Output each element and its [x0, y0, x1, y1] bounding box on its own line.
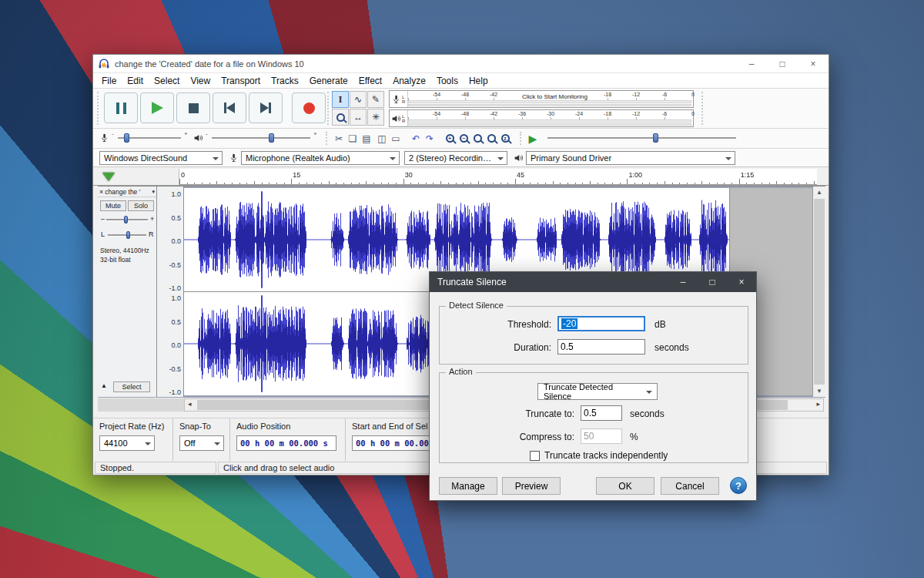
- silence-audio-button[interactable]: ▭: [389, 130, 403, 146]
- close-button[interactable]: ×: [798, 55, 829, 72]
- output-device-icon: [514, 153, 524, 166]
- playback-meter[interactable]: LR -54-48-42-36-30-24-18-12-60: [389, 109, 694, 127]
- preview-button[interactable]: Preview: [502, 477, 561, 495]
- monitoring-hint[interactable]: Click to Start Monitoring: [520, 93, 590, 100]
- threshold-input[interactable]: -20: [557, 316, 645, 331]
- chevron-down-icon: [145, 442, 151, 445]
- vertical-scale-ruler[interactable]: 1.00.50.0-0.5-1.0 1.00.50.0-0.5-1.0: [157, 187, 184, 397]
- dialog-titlebar[interactable]: Truncate Silence – □ ×: [430, 272, 756, 292]
- project-rate-dropdown[interactable]: 44100: [99, 435, 155, 451]
- pan-slider[interactable]: [108, 230, 146, 240]
- gain-slider[interactable]: [106, 214, 148, 225]
- paste-button[interactable]: ▤: [360, 130, 373, 146]
- collapse-track-icon[interactable]: ▲: [101, 382, 107, 389]
- fit-project-button[interactable]: [484, 130, 498, 146]
- window-titlebar[interactable]: change the 'Created' date for a file on …: [93, 55, 829, 73]
- toolbar-grip[interactable]: [701, 92, 704, 125]
- audio-position-field[interactable]: 00 h 00 m 00.000 s: [236, 435, 336, 451]
- menu-file[interactable]: File: [96, 74, 122, 88]
- truncate-independently-checkbox[interactable]: [530, 451, 540, 461]
- minimize-button[interactable]: –: [736, 55, 767, 72]
- playback-volume-slider[interactable]: [212, 133, 310, 143]
- skip-end-icon: [260, 102, 271, 113]
- menu-select[interactable]: Select: [149, 74, 185, 88]
- scroll-up-icon[interactable]: ▲: [813, 189, 825, 196]
- zoom-out-button[interactable]: −: [457, 130, 470, 146]
- menu-transport[interactable]: Transport: [216, 74, 266, 88]
- skip-to-end-button[interactable]: [249, 92, 283, 123]
- trim-audio-button[interactable]: ◫: [375, 130, 389, 146]
- menu-edit[interactable]: Edit: [122, 74, 149, 88]
- multi-tool-button[interactable]: ✳: [367, 109, 384, 126]
- dialog-maximize-button[interactable]: □: [698, 272, 727, 292]
- zoom-toggle-button[interactable]: z: [498, 130, 512, 146]
- playback-device-dropdown[interactable]: Primary Sound Driver: [526, 151, 735, 165]
- redo-icon: ↷: [426, 133, 434, 144]
- cut-button[interactable]: ✂: [332, 130, 346, 146]
- toolbar-grip[interactable]: [326, 132, 328, 145]
- snap-to-dropdown[interactable]: Off: [179, 435, 224, 451]
- recording-meter[interactable]: LR -54-48-42-18-12-60Click to Start Moni…: [389, 90, 694, 108]
- time-ruler[interactable]: [179, 169, 817, 185]
- menu-help[interactable]: Help: [464, 74, 494, 88]
- scroll-right-icon[interactable]: ▸: [816, 400, 820, 408]
- menu-analyze[interactable]: Analyze: [387, 74, 431, 88]
- menu-tools[interactable]: Tools: [431, 74, 464, 88]
- menu-effect[interactable]: Effect: [353, 74, 387, 88]
- vertical-scroll-thumb[interactable]: [814, 199, 825, 385]
- timeline[interactable]: [93, 169, 829, 186]
- maximize-button[interactable]: □: [767, 55, 798, 72]
- undo-button[interactable]: ↶: [409, 130, 423, 146]
- cancel-button[interactable]: Cancel: [661, 477, 719, 495]
- selection-start-field[interactable]: 00 h 00 m 00.00: [352, 435, 437, 451]
- vertical-scrollbar[interactable]: ▲ ▼: [812, 187, 825, 397]
- track-close-icon[interactable]: ×: [99, 188, 103, 196]
- timeshift-tool-button[interactable]: ↔: [350, 109, 367, 126]
- zoom-tool-button[interactable]: [332, 109, 349, 126]
- recording-channels-dropdown[interactable]: 2 (Stereo) Recording Cha: [404, 151, 507, 165]
- ok-button[interactable]: OK: [596, 477, 654, 495]
- solo-button[interactable]: Solo: [128, 200, 154, 211]
- truncate-to-input[interactable]: 0.5: [581, 405, 622, 421]
- fit-selection-button[interactable]: [470, 130, 484, 146]
- scroll-left-icon[interactable]: ◂: [188, 400, 192, 408]
- mute-button[interactable]: Mute: [100, 200, 126, 211]
- play-speed-slider[interactable]: [547, 133, 736, 143]
- duration-input[interactable]: 0.5: [557, 339, 645, 355]
- record-button[interactable]: [292, 92, 326, 123]
- help-button[interactable]: ?: [730, 477, 747, 494]
- play-button[interactable]: [140, 92, 174, 123]
- recording-volume-slider[interactable]: [118, 133, 181, 143]
- scale-label: 0.5: [171, 214, 181, 222]
- play-head-triangle-icon[interactable]: [102, 173, 115, 181]
- menu-tracks[interactable]: Tracks: [266, 74, 304, 88]
- draw-tool-button[interactable]: ✎: [367, 91, 384, 108]
- select-track-button[interactable]: Select: [113, 381, 150, 392]
- envelope-tool-button[interactable]: ∿: [350, 91, 367, 108]
- action-dropdown[interactable]: Truncate Detected Silence: [537, 383, 658, 400]
- recording-device-dropdown[interactable]: Microphone (Realtek Audio): [241, 151, 400, 165]
- copy-button[interactable]: ❏: [346, 130, 360, 146]
- audio-host-dropdown[interactable]: Windows DirectSound: [99, 151, 223, 165]
- menu-view[interactable]: View: [185, 74, 216, 88]
- pause-button[interactable]: [104, 92, 138, 123]
- redo-button[interactable]: ↷: [423, 130, 437, 146]
- dialog-minimize-button[interactable]: –: [668, 272, 698, 292]
- skip-to-start-button[interactable]: [213, 92, 246, 123]
- manage-button[interactable]: Manage: [439, 477, 497, 495]
- menu-generate[interactable]: Generate: [304, 74, 353, 88]
- play-at-speed-button[interactable]: ▶: [526, 130, 540, 146]
- timeline-options[interactable]: [93, 169, 179, 185]
- scroll-down-icon[interactable]: ▼: [813, 388, 825, 395]
- zoom-in-button[interactable]: +: [443, 130, 457, 146]
- track-header[interactable]: × change the ' ▾: [98, 187, 156, 197]
- toolbar-grip[interactable]: [97, 92, 99, 125]
- compress-to-input[interactable]: 50: [581, 428, 622, 444]
- track-name[interactable]: change the ': [105, 188, 150, 196]
- track-menu-icon[interactable]: ▾: [152, 189, 155, 195]
- toolbar-grip[interactable]: [327, 92, 330, 125]
- toolbar-grip[interactable]: [520, 132, 522, 145]
- dialog-close-button[interactable]: ×: [727, 272, 756, 292]
- stop-button[interactable]: [176, 92, 210, 123]
- selection-tool-button[interactable]: I: [332, 91, 349, 108]
